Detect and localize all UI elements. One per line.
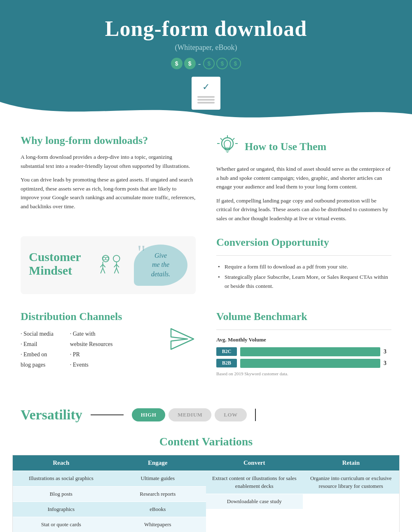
b2b-value: 3 bbox=[384, 360, 386, 367]
dist-list-2: Gate withwebsite Resources PR Events bbox=[70, 329, 113, 370]
svg-line-13 bbox=[103, 268, 105, 273]
svg-line-24 bbox=[117, 264, 119, 267]
svg-marker-25 bbox=[171, 329, 194, 349]
why-heading: Why long-form downloads? bbox=[21, 134, 196, 147]
cost-indicator: $ $ - $ $ $ bbox=[8, 58, 404, 69]
why-section: Why long-form downloads? A long-form dow… bbox=[21, 134, 196, 228]
dist-item-2: Email bbox=[21, 339, 54, 349]
reach-item-1: Illustrations as social graphics bbox=[13, 471, 110, 486]
distribution-lists: Social media Email Embed onblog pages Ga… bbox=[21, 329, 159, 370]
header-subtitle: (Whitepaper, eBook) bbox=[8, 43, 404, 52]
dollar-3: $ bbox=[203, 58, 215, 69]
engage-header: Engage bbox=[110, 455, 206, 471]
conversion-bullet-2: Strategically place Subscribe, Learn Mor… bbox=[218, 273, 391, 290]
svg-line-14 bbox=[100, 264, 103, 267]
engage-item-2: Research reports bbox=[110, 486, 206, 501]
conversion-bullet-1: Require a form fill to download as a pdf… bbox=[218, 262, 391, 271]
quote-text: Giveme thedetails. bbox=[148, 248, 174, 282]
engage-column: Engage Ultimate guides Research reports … bbox=[110, 455, 206, 532]
svg-point-17 bbox=[106, 257, 109, 260]
dollar-5: $ bbox=[229, 58, 241, 69]
why-para2: You can drive leads by promoting these a… bbox=[21, 175, 196, 211]
reach-item-2: Blog posts bbox=[13, 486, 110, 501]
versatility-line bbox=[91, 414, 124, 415]
volume-heading: Volume Benchmark bbox=[216, 311, 391, 323]
svg-point-16 bbox=[103, 257, 106, 260]
how-to-heading: How to Use Them bbox=[245, 141, 326, 153]
reach-item-4: Stat or quote cards bbox=[13, 517, 110, 532]
send-icon bbox=[167, 325, 196, 355]
how-to-section: How to Use Them Whether gated or ungated… bbox=[216, 134, 391, 228]
dollar-2: $ bbox=[184, 58, 196, 69]
retain-header: Retain bbox=[303, 455, 400, 471]
reach-column: Reach Illustrations as social graphics B… bbox=[13, 455, 110, 532]
dollar-sep: - bbox=[198, 58, 201, 69]
convert-header: Convert bbox=[206, 455, 303, 471]
b2c-bar-row: B2C 3 bbox=[216, 347, 391, 356]
svg-line-12 bbox=[101, 268, 103, 273]
svg-line-21 bbox=[115, 268, 117, 273]
dist-item-4: Gate withwebsite Resources bbox=[70, 329, 113, 349]
conversion-heading: Conversion Opportunity bbox=[216, 236, 391, 249]
svg-line-22 bbox=[117, 268, 119, 273]
volume-note: Based on 2019 Skyword customer data. bbox=[216, 371, 391, 376]
svg-point-0 bbox=[222, 138, 233, 149]
engage-item-3: eBooks bbox=[110, 501, 206, 517]
engage-item-1: Ultimate guides bbox=[110, 471, 206, 486]
versatility-divider bbox=[255, 409, 256, 421]
wave-decoration bbox=[0, 102, 412, 122]
content-variations-section: Content Variations Reach Illustrations a… bbox=[0, 431, 412, 532]
dist-item-1: Social media bbox=[21, 329, 54, 339]
retain-column: Retain Organize into curriculum or exclu… bbox=[303, 455, 400, 532]
dollar-1: $ bbox=[171, 58, 183, 69]
convert-column: Convert Extract content or illustrations… bbox=[206, 455, 303, 532]
reach-item-3: Infographics bbox=[13, 501, 110, 517]
convert-item-2: Downloadable case study bbox=[206, 494, 303, 509]
retain-item-1: Organize into curriculum or exclusive re… bbox=[303, 471, 400, 493]
volume-subheading: Avg. Monthly Volume bbox=[216, 337, 391, 343]
bulb-icon bbox=[216, 134, 239, 159]
dollar-4: $ bbox=[216, 58, 228, 69]
versatility-buttons: HIGH MEDIUM LOW bbox=[132, 408, 247, 421]
distribution-section: Distribution Channels Social media Email… bbox=[21, 311, 196, 370]
versatility-low-btn[interactable]: LOW bbox=[215, 408, 246, 421]
svg-line-3 bbox=[233, 138, 234, 140]
versatility-section: Versatility HIGH MEDIUM LOW bbox=[0, 403, 412, 427]
people-icon bbox=[98, 252, 127, 278]
middle-two-col: CustomerMindset bbox=[21, 236, 391, 302]
b2c-label: B2C bbox=[216, 347, 237, 356]
variations-title: Content Variations bbox=[12, 435, 400, 448]
versatility-medium-btn[interactable]: MEDIUM bbox=[169, 408, 211, 421]
b2b-bar bbox=[240, 359, 380, 368]
mindset-text: CustomerMindset bbox=[29, 250, 92, 280]
conversion-bullets: Require a form fill to download as a pdf… bbox=[216, 262, 391, 291]
variations-grid: Reach Illustrations as social graphics B… bbox=[12, 455, 400, 532]
distribution-content: Social media Email Embed onblog pages Ga… bbox=[21, 329, 196, 370]
dist-item-3: Embed onblog pages bbox=[21, 349, 54, 370]
engage-item-4: Whitepapers bbox=[110, 517, 206, 532]
conversion-section: Conversion Opportunity Require a form fi… bbox=[216, 236, 391, 296]
how-to-para1: Whether gated or ungated, this kind of a… bbox=[216, 165, 391, 191]
svg-point-19 bbox=[113, 255, 120, 262]
versatility-high-btn[interactable]: HIGH bbox=[132, 408, 165, 421]
convert-item-1: Extract content or illustrations for sal… bbox=[206, 471, 303, 493]
header-section: Long-form download (Whitepaper, eBook) $… bbox=[0, 0, 412, 122]
b2b-label: B2B bbox=[216, 359, 237, 367]
how-to-header: How to Use Them bbox=[216, 134, 391, 159]
b2c-value: 3 bbox=[384, 348, 386, 355]
b2c-bar bbox=[240, 347, 380, 356]
distribution-heading: Distribution Channels bbox=[21, 311, 196, 323]
svg-line-15 bbox=[103, 264, 105, 267]
dist-item-5: PR bbox=[70, 349, 113, 360]
volume-section: Volume Benchmark Avg. Monthly Volume B2C… bbox=[216, 311, 391, 379]
customer-mindset-section: CustomerMindset bbox=[21, 236, 196, 302]
reach-header: Reach bbox=[13, 455, 110, 471]
top-two-col: Why long-form downloads? A long-form dow… bbox=[21, 134, 391, 228]
svg-line-2 bbox=[220, 138, 222, 140]
page-title: Long-form download bbox=[8, 16, 404, 41]
dist-item-6: Events bbox=[70, 360, 113, 370]
svg-line-23 bbox=[114, 264, 117, 267]
why-para1: A long-form download provides a deep-div… bbox=[21, 153, 196, 170]
quote-bubble: " Giveme thedetails. bbox=[134, 245, 187, 286]
b2b-bar-row: B2B 3 bbox=[216, 359, 391, 368]
